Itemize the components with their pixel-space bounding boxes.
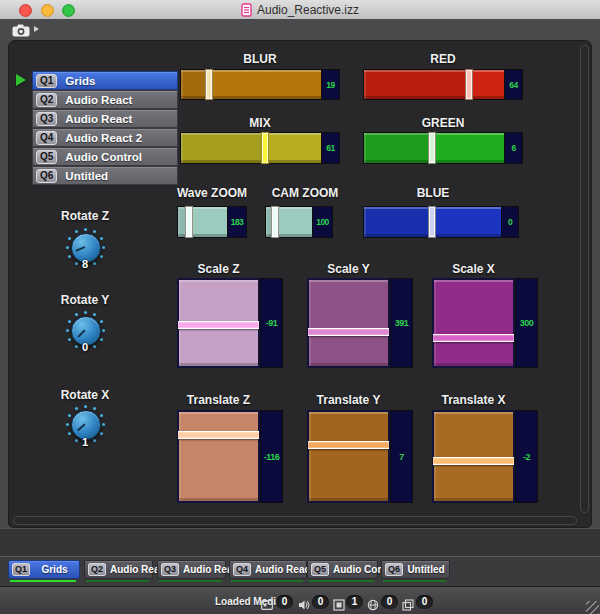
slider-handle[interactable]	[428, 132, 436, 164]
translate-z-value: -116	[260, 410, 283, 503]
scale-z-value: -91	[260, 278, 283, 368]
slider-track[interactable]	[363, 132, 505, 164]
scale-x-label: Scale X	[432, 262, 515, 276]
blur-value: 19	[322, 69, 340, 100]
slider-handle[interactable]	[261, 132, 269, 164]
slider-handle[interactable]	[178, 321, 259, 329]
scale-x-value: 300	[515, 278, 538, 368]
scene-label: Grids	[65, 75, 95, 87]
model-icon	[402, 597, 414, 609]
toolbar	[0, 19, 600, 40]
slider-track[interactable]	[307, 410, 390, 503]
tab-untitled[interactable]: Q6 Untitled	[381, 560, 450, 579]
tab-audio-react-3[interactable]: Q4 Audio React 2	[229, 560, 307, 579]
slider-handle[interactable]	[185, 206, 193, 238]
tab-badge: Q1	[12, 563, 30, 576]
cam-zoom-value: 100	[313, 206, 333, 238]
translate-x-value: -2	[515, 410, 538, 503]
tab-audio-react[interactable]: Q2 Audio React	[84, 560, 153, 579]
transport-bar: 0 Sec 0 Sec #	[0, 528, 600, 557]
tab-badge: Q5	[311, 563, 329, 576]
tab-grids[interactable]: Q1 Grids	[8, 560, 80, 579]
slider-handle[interactable]	[433, 334, 514, 342]
mix-value: 61	[322, 132, 340, 164]
scene-list-item-audio-react-2[interactable]: Q3 Audio React	[32, 109, 178, 128]
resize-grip[interactable]	[586, 601, 599, 614]
window-title-group: Audio_Reactive.izz	[0, 0, 600, 19]
mix-label: MIX	[180, 116, 340, 130]
slider-track[interactable]	[177, 278, 260, 368]
slider-track[interactable]	[432, 278, 515, 368]
rotate-x-value: 1	[40, 436, 130, 448]
slider-handle[interactable]	[308, 328, 389, 336]
tab-audio-react-2[interactable]: Q3 Audio React	[157, 560, 226, 579]
scene-label: Audio React	[65, 113, 132, 125]
translate-y-label: Translate Y	[307, 393, 390, 407]
horizontal-scrollbar[interactable]	[13, 516, 577, 525]
rotate-y-value: 0	[40, 341, 130, 353]
slider-track[interactable]	[363, 206, 502, 238]
wave-zoom-value: 183	[228, 206, 247, 238]
wave-zoom-slider[interactable]: 183	[177, 206, 247, 238]
scene-list-item-grids[interactable]: Q1 Grids	[32, 71, 178, 90]
slider-handle[interactable]	[465, 69, 473, 100]
tab-underline	[309, 580, 374, 582]
picture-icon	[333, 597, 345, 609]
red-value: 64	[505, 69, 523, 100]
scale-y-label: Scale Y	[307, 262, 390, 276]
cam-zoom-slider[interactable]: 100	[265, 206, 333, 238]
slider-track[interactable]	[265, 206, 313, 238]
tab-audio-control[interactable]: Q5 Audio Control	[307, 560, 378, 579]
slider-handle[interactable]	[271, 206, 279, 238]
tab-underline	[159, 580, 222, 582]
tab-label: Grids	[30, 564, 79, 575]
blue-value: 0	[502, 206, 519, 238]
green-label: GREEN	[363, 116, 523, 130]
blur-slider[interactable]: 19	[180, 69, 340, 100]
red-slider[interactable]: 64	[363, 69, 523, 100]
slider-track[interactable]	[432, 410, 515, 503]
translate-z-slider[interactable]: -116	[177, 410, 283, 503]
rotate-z-value: 8	[40, 258, 130, 270]
audio-count: 0	[312, 595, 329, 609]
scene-list-item-audio-react[interactable]: Q2 Audio React	[32, 90, 178, 109]
translate-y-slider[interactable]: 7	[307, 410, 413, 503]
blue-slider[interactable]: 0	[363, 206, 519, 238]
scale-z-slider[interactable]: -91	[177, 278, 283, 368]
titlebar: Audio_Reactive.izz	[0, 0, 600, 20]
tab-active-underline	[10, 580, 76, 582]
slider-track[interactable]	[363, 69, 505, 100]
scene-label: Audio React 2	[65, 132, 142, 144]
tab-badge: Q4	[233, 563, 251, 576]
rotate-x-label: Rotate X	[40, 388, 130, 402]
disclosure-arrow-icon[interactable]	[34, 26, 39, 32]
slider-track[interactable]	[307, 278, 390, 368]
camera-icon[interactable]	[12, 23, 30, 41]
slider-handle[interactable]	[428, 206, 436, 238]
red-label: RED	[363, 52, 523, 66]
slider-handle[interactable]	[178, 431, 259, 439]
scene-list-item-audio-control[interactable]: Q5 Audio Control	[32, 147, 178, 166]
scale-y-slider[interactable]: 391	[307, 278, 413, 368]
mix-slider[interactable]: 61	[180, 132, 340, 164]
slider-handle[interactable]	[205, 69, 213, 100]
slider-fill	[364, 70, 468, 99]
status-bar: OSC MIDI SERIAL TCP/IP Loaded Media 0 0 …	[0, 586, 600, 614]
slider-fill	[181, 70, 208, 99]
scene-badge: Q4	[36, 131, 57, 145]
scene-list-item-untitled[interactable]: Q6 Untitled	[32, 166, 178, 185]
translate-x-slider[interactable]: -2	[432, 410, 538, 503]
slider-track[interactable]	[177, 206, 228, 238]
slider-handle[interactable]	[433, 457, 514, 465]
scale-x-slider[interactable]: 300	[432, 278, 538, 368]
scene-list-item-audio-react-3[interactable]: Q4 Audio React 2	[32, 128, 178, 147]
slider-track[interactable]	[180, 132, 322, 164]
vertical-scrollbar[interactable]	[580, 45, 589, 513]
green-slider[interactable]: 6	[363, 132, 523, 164]
slider-handle[interactable]	[308, 441, 389, 449]
slider-track[interactable]	[177, 410, 260, 503]
slider-fill	[364, 207, 431, 237]
slider-track[interactable]	[180, 69, 322, 100]
scene-badge: Q1	[36, 74, 57, 88]
scale-y-value: 391	[390, 278, 413, 368]
